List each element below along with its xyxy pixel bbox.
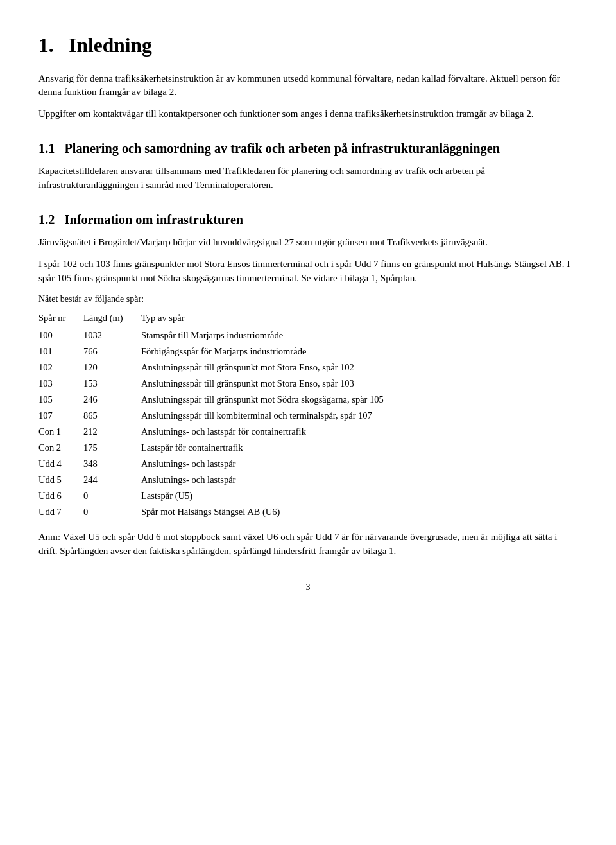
subsection-1-2-number: 1.2 bbox=[38, 213, 55, 227]
subsection-1-1-title-text: Planering och samordning av trafik och a… bbox=[65, 141, 500, 155]
table-row: Udd 70Spår mot Halsängs Stängsel AB (U6) bbox=[38, 504, 578, 520]
cell-sparnr: 100 bbox=[38, 327, 83, 344]
subsection-1-1-number: 1.1 bbox=[38, 141, 55, 155]
cell-langd: 1032 bbox=[83, 327, 141, 344]
table-row: 101766Förbigångsspår för Marjarps indust… bbox=[38, 344, 578, 360]
cell-typ: Lastspår för containertrafik bbox=[141, 440, 578, 456]
cell-typ: Anslutningsspår till gränspunkt mot Stor… bbox=[141, 360, 578, 376]
table-row: Con 1212Anslutnings- och lastspår för co… bbox=[38, 424, 578, 440]
cell-typ: Anslutnings- och lastspår för containert… bbox=[141, 424, 578, 440]
table-row: 102120Anslutningsspår till gränspunkt mo… bbox=[38, 360, 578, 376]
subsection-1-2-title: 1.2 Information om infrastrukturen bbox=[38, 211, 578, 229]
subsection-1-1-title: 1.1 Planering och samordning av trafik o… bbox=[38, 139, 578, 158]
table-row: 1001032Stamspår till Marjarps industriom… bbox=[38, 327, 578, 344]
table-row: 103153Anslutningsspår till gränspunkt mo… bbox=[38, 376, 578, 392]
col-header-langd: Längd (m) bbox=[83, 309, 141, 327]
col-header-typ: Typ av spår bbox=[141, 309, 578, 327]
cell-sparnr: 107 bbox=[38, 408, 83, 424]
table-row: Udd 4348Anslutnings- och lastspår bbox=[38, 456, 578, 472]
cell-langd: 246 bbox=[83, 392, 141, 408]
cell-sparnr: Udd 6 bbox=[38, 488, 83, 504]
cell-langd: 766 bbox=[83, 344, 141, 360]
cell-sparnr: Udd 7 bbox=[38, 504, 83, 520]
table-row: Udd 60Lastspår (U5) bbox=[38, 488, 578, 504]
col-header-sparnr: Spår nr bbox=[38, 309, 83, 327]
cell-langd: 0 bbox=[83, 504, 141, 520]
cell-typ: Spår mot Halsängs Stängsel AB (U6) bbox=[141, 504, 578, 520]
cell-sparnr: 101 bbox=[38, 344, 83, 360]
table-row: 107865Anslutningsspår till kombiterminal… bbox=[38, 408, 578, 424]
cell-typ: Anslutningsspår till gränspunkt mot Södr… bbox=[141, 392, 578, 408]
cell-sparnr: Udd 5 bbox=[38, 472, 83, 488]
cell-typ: Anslutningsspår till kombiterminal och t… bbox=[141, 408, 578, 424]
cell-sparnr: 102 bbox=[38, 360, 83, 376]
cell-langd: 348 bbox=[83, 456, 141, 472]
subsection-1-2-paragraph-1: Järnvägsnätet i Brogärdet/Marjarp börjar… bbox=[38, 236, 578, 250]
intro-paragraph-2: Uppgifter om kontaktvägar till kontaktpe… bbox=[38, 107, 578, 121]
table-intro-text: Nätet består av följande spår: bbox=[38, 293, 578, 306]
anm-paragraph: Anm: Växel U5 och spår Udd 6 mot stoppbo… bbox=[38, 530, 578, 559]
cell-langd: 244 bbox=[83, 472, 141, 488]
cell-typ: Förbigångsspår för Marjarps industriområ… bbox=[141, 344, 578, 360]
cell-typ: Anslutnings- och lastspår bbox=[141, 472, 578, 488]
cell-sparnr: Udd 4 bbox=[38, 456, 83, 472]
page-number: 3 bbox=[38, 581, 578, 594]
cell-langd: 0 bbox=[83, 488, 141, 504]
cell-langd: 153 bbox=[83, 376, 141, 392]
cell-typ: Stamspår till Marjarps industriområde bbox=[141, 327, 578, 344]
cell-sparnr: 105 bbox=[38, 392, 83, 408]
cell-sparnr: Con 2 bbox=[38, 440, 83, 456]
table-row: Udd 5244Anslutnings- och lastspår bbox=[38, 472, 578, 488]
table-row: Con 2175Lastspår för containertrafik bbox=[38, 440, 578, 456]
subsection-1-2-paragraph-2: I spår 102 och 103 finns gränspunkter mo… bbox=[38, 257, 578, 286]
table-row: 105246Anslutningsspår till gränspunkt mo… bbox=[38, 392, 578, 408]
section-heading-text: Inledning bbox=[69, 34, 152, 57]
cell-typ: Anslutningsspår till gränspunkt mot Stor… bbox=[141, 376, 578, 392]
cell-sparnr: Con 1 bbox=[38, 424, 83, 440]
cell-typ: Anslutnings- och lastspår bbox=[141, 456, 578, 472]
subsection-1-1-paragraph-text: Kapacitetstilldelaren ansvarar tillsamma… bbox=[38, 166, 485, 190]
section-title: 1. Inledning bbox=[38, 31, 578, 60]
cell-langd: 212 bbox=[83, 424, 141, 440]
tracks-table: Spår nr Längd (m) Typ av spår 1001032Sta… bbox=[38, 309, 578, 520]
cell-langd: 865 bbox=[83, 408, 141, 424]
section-number: 1. bbox=[38, 34, 54, 57]
cell-typ: Lastspår (U5) bbox=[141, 488, 578, 504]
subsection-1-1-paragraph: Kapacitetstilldelaren ansvarar tillsamma… bbox=[38, 164, 578, 193]
subsection-1-2-title-text: Information om infrastrukturen bbox=[65, 213, 244, 227]
cell-langd: 175 bbox=[83, 440, 141, 456]
cell-sparnr: 103 bbox=[38, 376, 83, 392]
intro-paragraph-1: Ansvarig för denna trafiksäkerhetsinstru… bbox=[38, 72, 578, 100]
cell-langd: 120 bbox=[83, 360, 141, 376]
